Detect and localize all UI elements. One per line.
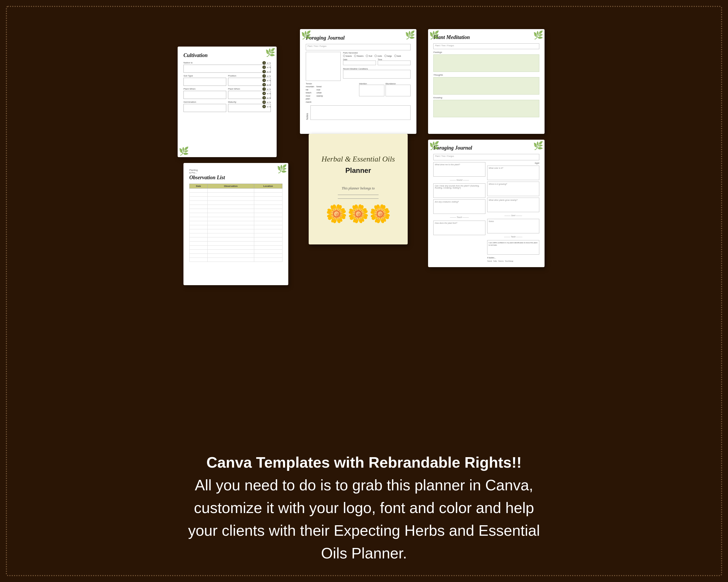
it-tastes-label: It tastes... — [487, 257, 539, 259]
fjr-creatures-label: Are any creatures visiting? — [435, 201, 484, 203]
pm-thoughts-label: Thoughts — [433, 74, 539, 76]
observation-title: Observation List — [189, 175, 283, 181]
fjr-color-label: What color is it? — [489, 167, 538, 169]
pm-plant-field: Plant / Tree / Fungus — [433, 44, 539, 49]
table-row — [189, 209, 283, 213]
flower-decoration: 🌼🌼🌼 — [326, 203, 391, 224]
sight-label: Sight — [487, 162, 539, 164]
cb-leaves: leaves — [346, 55, 352, 57]
table-row — [189, 246, 283, 250]
fjr-corner-tl: 🌿 — [429, 141, 439, 150]
table-row — [189, 213, 283, 217]
table-row — [189, 225, 283, 229]
table-row — [189, 229, 283, 233]
numbered-list: 1a / b 2a / b 3a / b 4a / b 5a / b 6a / … — [262, 61, 271, 108]
taste-sweet: Sweet — [487, 260, 492, 262]
table-row — [189, 201, 283, 205]
parts-checkboxes: leaves flowers fruit roots twigs bark — [343, 55, 411, 57]
native-field — [183, 64, 271, 73]
bottom-line4-text: your clients with their Expecting Herbs … — [188, 522, 540, 539]
plant-meditation-card: 🌿 🌿 Plant Meditation Plant / Tree / Fung… — [428, 29, 545, 134]
bottom-line3-text: customize it with your logo, font and co… — [194, 499, 534, 516]
fjr-sound-field: Can I hear any sounds from the plant? (S… — [433, 183, 486, 198]
intention-label: Intention — [359, 83, 384, 85]
germination-label: Germination — [183, 101, 226, 103]
weather-field — [343, 70, 411, 79]
taste-salty: Salty — [493, 260, 497, 262]
cover-subtitle: Planner — [317, 166, 399, 175]
water-label: Plant When — [183, 88, 226, 90]
date-field — [343, 60, 376, 65]
cover-line1 — [338, 195, 379, 195]
pm-knowing-block — [433, 100, 539, 117]
cb-roots: roots — [378, 55, 382, 57]
fj-corner-tl: 🌿 — [301, 30, 311, 40]
fjr-title: Foraging Journal — [433, 145, 539, 151]
germination-field — [183, 104, 226, 112]
foraging-top-card: 🌿 🌿 Foraging Journal Plant / Tree / Fung… — [300, 29, 416, 134]
bottom-line5-text: Oils Planner. — [321, 545, 407, 562]
notes-field — [310, 105, 411, 120]
taste-divider: ——— Taste ——— — [487, 236, 539, 238]
time-field — [378, 60, 411, 65]
obs-corner-tr: 🌿 — [277, 164, 287, 174]
abundance-field — [386, 85, 411, 96]
cover-title: Herbal & Essential Oils — [317, 154, 399, 164]
intention-field — [359, 85, 384, 96]
fjr-drew-label: What drew me to this plant? — [435, 164, 484, 166]
time-label: Time — [378, 58, 411, 60]
pm-knowing-label: Knowing — [433, 96, 539, 99]
weather-label: Recent Weather Conditions — [343, 68, 411, 70]
date-label: Date — [343, 58, 376, 60]
pm-corner-tl: 🌿 — [429, 30, 439, 40]
center-column: 🌿 🌿 Foraging Journal Plant / Tree / Fung… — [297, 29, 419, 244]
cb-bark: bark — [397, 55, 401, 57]
bottom-line1: Canva Templates with Rebrandable Rights!… — [23, 451, 705, 474]
cultivation-title: Cultivation — [183, 52, 271, 58]
table-row — [189, 254, 283, 258]
taste-options: Sweet Salty Savory Sour/tangy — [487, 260, 539, 262]
terrain-list1: mountainhillbeachmoorplainmarsh — [306, 85, 314, 104]
pm-feelings-block — [433, 54, 539, 72]
native-label: Native to — [183, 61, 271, 64]
cb-flowers: flowers — [357, 55, 363, 57]
cover-card: Herbal & Essential Oils Planner This pla… — [309, 134, 408, 244]
table-row — [189, 189, 283, 193]
fjr-corner-tr: 🌿 — [533, 141, 543, 150]
cover-belongs: This planner belongs to — [342, 186, 375, 191]
pm-thoughts-block — [433, 77, 539, 94]
soil-label: Soil Type — [183, 75, 226, 77]
fj-corner-tr: 🌿 — [405, 30, 415, 40]
taste-sour: Sour/tangy — [505, 260, 513, 262]
table-row — [189, 238, 283, 242]
fjr-plant-field: Plant / Tree / Fungus — [433, 154, 539, 160]
abundance-label: Abundance — [386, 83, 411, 85]
fjr-color-field: What color is it? — [487, 166, 539, 180]
col-date: Date — [189, 184, 208, 189]
table-row — [189, 193, 283, 197]
fjr-sound-label: Can I hear any sounds from the plant? (S… — [435, 185, 484, 189]
plant-image-area — [306, 52, 341, 81]
soil-field — [183, 78, 226, 86]
corner-decoration-tr: 🌿 — [265, 48, 276, 57]
touch-divider: ——— Touch ——— — [433, 216, 486, 218]
left-column: 🌿 🌿 Cultivation Native to Soil Type Posi… — [178, 47, 288, 285]
sent-divider: ——— Sent ——— — [487, 215, 539, 217]
table-row — [189, 250, 283, 254]
col-observation: Observation — [208, 184, 254, 189]
bottom-line2-text: All you need to do is to grab this plann… — [195, 477, 533, 494]
fjr-feel-field: How does the plant feel? — [433, 221, 486, 235]
fjr-confidence-text: I am 100% confident in my plant identifi… — [489, 242, 538, 247]
table-row — [189, 197, 283, 201]
table-row — [189, 242, 283, 246]
sound-divider: ——— Sound ——— — [433, 179, 486, 181]
table-row — [189, 205, 283, 209]
bottom-line2: All you need to do is to grab this plann… — [23, 474, 705, 564]
table-row — [189, 258, 283, 262]
fj-plant-label: Plant / Tree / Fungus — [308, 45, 327, 47]
fjr-taste-confidence: I am 100% confident in my plant identifi… — [487, 240, 539, 255]
cultivation-card: 🌿 🌿 Cultivation Native to Soil Type Posi… — [178, 47, 277, 157]
terrain-label: Terrain — [306, 83, 357, 85]
observation-table: Date Observation Location — [189, 184, 283, 262]
taste-savory: Savory — [498, 260, 504, 262]
